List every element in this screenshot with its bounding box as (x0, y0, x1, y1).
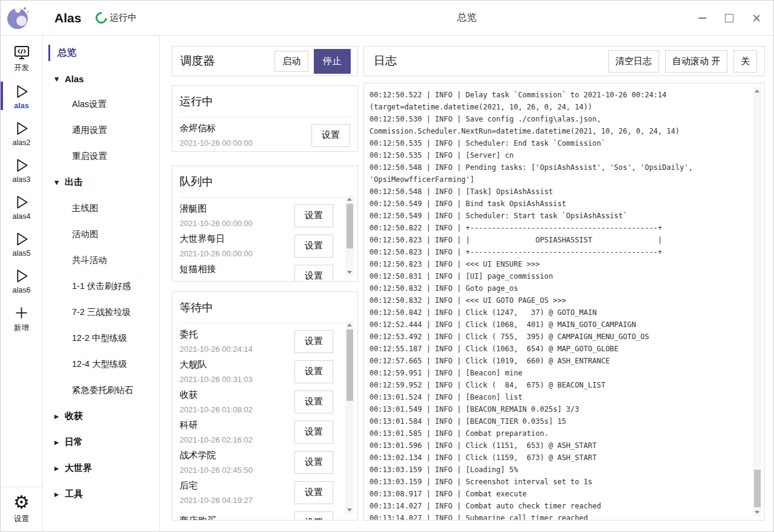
rail-item-alas[interactable]: alas (1, 79, 42, 115)
menu-item-overview[interactable]: 总览 (44, 42, 159, 64)
triangle-icon (54, 439, 65, 446)
log-line: 00:12:50.822 | INFO | +-----------------… (369, 222, 746, 234)
menu-section-header[interactable]: 出击 (44, 169, 159, 195)
menu-item[interactable]: 12-2 中型练级 (44, 325, 159, 351)
instance-rail: 开发 alas alas2 alas3 alas4 alas5 alas6 (1, 36, 43, 531)
stop-button[interactable]: 停止 (314, 49, 351, 74)
menu-section-header[interactable]: 日常 (44, 429, 159, 455)
task-setting-button[interactable]: 设置 (294, 360, 333, 383)
log-line: 00:12:50.823 | INFO | <<< UI ENSURE >>> (369, 258, 746, 270)
log-line: 00:13:14.027 | INFO | Combat auto check … (369, 500, 746, 512)
waiting-scrollbar[interactable] (345, 321, 354, 514)
triangle-icon (54, 76, 65, 82)
task-setting-button[interactable]: 设置 (294, 204, 333, 227)
log-line: 00:12:53.492 | INFO | Click ( 755, 395) … (369, 331, 746, 343)
rail-item-settings[interactable]: 设置 (1, 487, 42, 531)
log-lines: 00:12:50.522 | INFO | Delay task `Commis… (369, 89, 746, 521)
task-row: 委托 2021-10-26 00:24:14 设置 (180, 325, 333, 355)
menu-section-header[interactable]: Alas (44, 66, 159, 91)
menu-item[interactable]: 通用设置 (44, 117, 159, 143)
autoscroll-off-button[interactable]: 关 (733, 50, 757, 73)
task-info: 短猫相接 2021-10-26 00:00:00 (180, 264, 253, 282)
menu-item[interactable]: 7-2 三战捡垃圾 (44, 299, 159, 325)
app-logo-icon (7, 7, 30, 30)
rail-item-label: alas2 (13, 138, 31, 147)
scrollbar-thumb[interactable] (754, 470, 761, 507)
menu-item[interactable]: 12-4 大型练级 (44, 351, 159, 377)
log-line: 00:12:50.832 | INFO | Goto page_os (369, 282, 746, 294)
window-title: 总览 (160, 11, 773, 24)
task-setting-button[interactable]: 设置 (294, 391, 333, 414)
log-scrollbar[interactable] (753, 87, 761, 516)
log-header-panel: 日志 清空日志 自动滚动 开 关 (363, 46, 765, 76)
rail-item-alas2[interactable]: alas2 (1, 115, 42, 152)
task-name: 后宅 (180, 480, 253, 491)
menu-item[interactable]: 重启设置 (44, 143, 159, 169)
task-name: 收获 (180, 389, 253, 401)
menu-section-block: 大世界 (44, 455, 159, 481)
scrollbar-thumb[interactable] (346, 329, 353, 401)
menu-item[interactable]: 紧急委托刷钻石 (44, 377, 159, 403)
task-row: 商店购买 设置 (180, 506, 333, 521)
task-row: 后宅 2021-10-26 04:19:27 设置 (180, 476, 333, 506)
scheduler-title: 调度器 (180, 53, 215, 69)
log-line: 00:12:50.530 | INFO | Save config ./conf… (369, 113, 746, 137)
rail-item-label: alas6 (13, 286, 31, 294)
task-setting-button[interactable]: 设置 (311, 124, 350, 147)
rail-item-add[interactable]: 新增 (1, 300, 42, 339)
task-info: 科研 2021-10-26 02:16:02 (180, 420, 253, 444)
title-bar: Alas 运行中 总览 (1, 1, 773, 36)
queue-scrollbar[interactable] (345, 195, 354, 276)
menu-section-block: 日常 (44, 429, 159, 455)
running-spinner-icon (93, 10, 109, 26)
task-setting-button[interactable]: 设置 (294, 421, 333, 444)
play-icon (13, 231, 30, 247)
start-button[interactable]: 启动 (275, 51, 308, 72)
rail-item-alas4[interactable]: alas4 (1, 189, 42, 226)
menu-section-header[interactable]: 收获 (44, 403, 159, 429)
menu-section-header[interactable]: 工具 (44, 481, 159, 507)
minimize-button[interactable] (697, 13, 707, 23)
task-info: 大舰队 2021-10-26 00:31:03 (180, 359, 253, 384)
rail-item-alas5[interactable]: alas5 (1, 226, 42, 263)
log-line: 00:13:01.596 | INFO | Click (1151, 653) … (369, 440, 746, 452)
task-row: 潜艇图 2021-10-26 00:00:00 设置 (180, 199, 333, 229)
menu-item[interactable]: Alas设置 (44, 91, 159, 117)
status-label: 运行中 (109, 12, 137, 24)
rail-item-alas6[interactable]: alas6 (1, 263, 42, 300)
play-icon (13, 120, 30, 137)
task-setting-button[interactable]: 设置 (294, 511, 333, 521)
running-group: 运行中 余烬信标 2021-10-26 00:00:00 设置 (172, 85, 358, 152)
task-setting-button[interactable]: 设置 (294, 451, 333, 474)
autoscroll-on-button[interactable]: 自动滚动 开 (665, 50, 727, 73)
maximize-button[interactable] (724, 13, 734, 23)
task-setting-button[interactable]: 设置 (294, 330, 333, 353)
rail-item-label: alas3 (13, 175, 31, 184)
queue-group: 队列中 潜艇图 2021-10-26 00:00:00 设置 大世界每日 202… (172, 166, 358, 282)
task-time: 2021-10-26 00:00:00 (180, 249, 253, 258)
menu-item[interactable]: 主线图 (44, 195, 159, 221)
task-setting-button[interactable]: 设置 (294, 481, 333, 504)
menu-item[interactable]: 共斗活动 (44, 247, 159, 273)
task-setting-button[interactable]: 设置 (294, 235, 333, 258)
task-time: 2021-10-26 02:16:02 (180, 435, 253, 444)
triangle-icon (54, 491, 65, 498)
task-time: 2021-10-26 02:45:50 (180, 465, 253, 475)
clear-log-button[interactable]: 清空日志 (608, 50, 659, 73)
task-setting-button[interactable]: 设置 (294, 265, 333, 282)
log-title: 日志 (374, 53, 397, 69)
rail-item-alas3[interactable]: alas3 (1, 152, 42, 189)
triangle-icon (54, 413, 65, 420)
task-name: 商店购买 (180, 515, 216, 521)
close-button[interactable] (752, 13, 761, 23)
log-line: 00:12:50.823 | INFO | +-----------------… (369, 246, 746, 258)
task-time: 2021-10-26 00:00:00 (180, 138, 253, 148)
menu-item[interactable]: 活动图 (44, 221, 159, 247)
menu-section-header[interactable]: 大世界 (44, 455, 159, 481)
scrollbar-thumb[interactable] (346, 204, 353, 248)
task-info: 战术学院 2021-10-26 02:45:50 (180, 450, 253, 475)
log-line: 00:12:50.549 | INFO | Scheduler: Start t… (369, 210, 746, 222)
menu-item[interactable]: 1-1 伏击刷好感 (44, 273, 159, 299)
task-time: 2021-10-26 04:19:27 (180, 496, 253, 505)
rail-item-dev[interactable]: 开发 (1, 39, 42, 79)
